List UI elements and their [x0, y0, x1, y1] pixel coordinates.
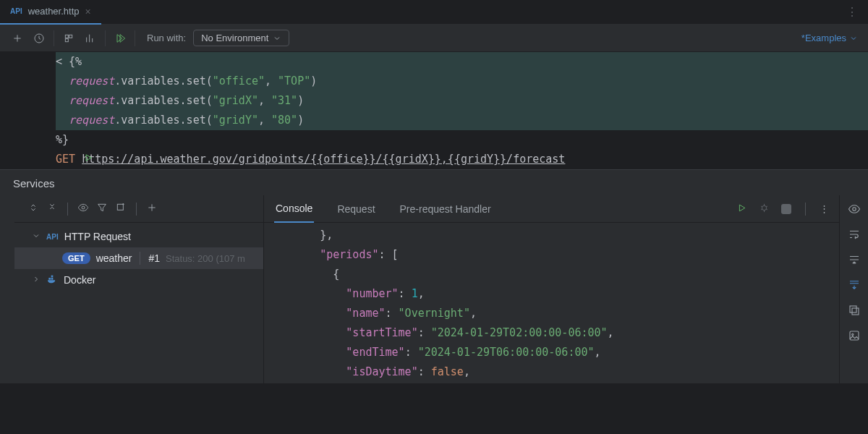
tree-item-http-request[interactable]: API HTTP Request	[14, 226, 263, 247]
stop-icon[interactable]	[781, 204, 791, 214]
copy-icon[interactable]	[848, 304, 861, 319]
svg-rect-6	[48, 278, 51, 280]
api-badge: API	[10, 7, 22, 15]
svg-rect-8	[51, 275, 54, 277]
svg-rect-12	[850, 306, 856, 312]
run-all-icon[interactable]	[113, 31, 127, 46]
scroll-icon[interactable]	[848, 253, 861, 268]
svg-rect-2	[69, 35, 72, 38]
response-rail	[839, 195, 868, 383]
tree-item-request[interactable]: GET weather #1 Status: 200 (107 m	[14, 247, 263, 269]
chevron-right-icon	[32, 275, 41, 286]
tab-prerequest[interactable]: Pre-request Handler	[399, 196, 493, 222]
add-icon[interactable]	[10, 31, 25, 46]
eye-icon[interactable]	[848, 203, 861, 218]
services-header[interactable]: Services	[0, 169, 868, 195]
code-editor[interactable]: < {% request.variables.set("office", "TO…	[0, 52, 868, 169]
status-text: Status: 200 (107 m	[166, 253, 245, 264]
svg-rect-7	[51, 278, 54, 280]
svg-rect-11	[852, 308, 859, 315]
svg-point-10	[852, 208, 856, 211]
examples-link[interactable]: *Examples	[801, 33, 858, 43]
tab-console[interactable]: Console	[274, 195, 314, 223]
new-icon[interactable]	[115, 202, 127, 216]
tab-request[interactable]: Request	[336, 196, 376, 222]
collapse-icon[interactable]	[46, 202, 58, 216]
response-body[interactable]: }, "periods": [ { "number": 1, "name": "…	[264, 223, 839, 383]
response-tabs: Console Request Pre-request Handler ⋮	[264, 195, 839, 223]
services-toolbar	[14, 195, 263, 223]
method-pill: GET	[62, 252, 90, 264]
docker-icon	[46, 273, 58, 287]
environment-value: No Environment	[201, 33, 268, 43]
filter-icon[interactable]	[96, 202, 108, 216]
svg-point-14	[851, 333, 853, 335]
svg-rect-13	[850, 331, 859, 340]
more-icon[interactable]: ⋮	[836, 5, 868, 19]
run-icon[interactable]	[736, 203, 747, 216]
editor-toolbar: Run with: No Environment *Examples	[0, 25, 868, 52]
close-icon[interactable]: ×	[85, 6, 91, 17]
runwith-label: Run with:	[147, 33, 186, 43]
eye-icon[interactable]	[77, 202, 89, 216]
debug-icon[interactable]	[759, 203, 770, 216]
svg-rect-1	[65, 35, 68, 38]
tree-item-docker[interactable]: Docker	[14, 269, 263, 291]
more-icon[interactable]: ⋮	[820, 203, 829, 214]
wrap-icon[interactable]	[848, 228, 861, 243]
environment-select[interactable]: No Environment	[193, 30, 289, 46]
chevron-down-icon	[273, 34, 281, 43]
image-icon[interactable]	[848, 329, 861, 344]
svg-point-9	[762, 205, 766, 210]
svg-rect-3	[65, 38, 68, 41]
svg-rect-5	[117, 204, 123, 210]
chevron-down-icon	[32, 231, 41, 242]
history-icon[interactable]	[32, 31, 46, 46]
graph-icon[interactable]	[83, 31, 98, 46]
gutter-run-icon[interactable]	[83, 150, 93, 169]
scroll-bottom-icon[interactable]	[848, 278, 861, 294]
file-name: weather.http	[28, 6, 80, 17]
svg-point-4	[82, 206, 85, 209]
expand-icon[interactable]	[27, 202, 39, 216]
structure-icon[interactable]	[61, 31, 76, 46]
file-tab[interactable]: API weather.http ×	[0, 0, 101, 25]
chevron-down-icon	[849, 34, 858, 43]
add-icon[interactable]	[146, 202, 158, 216]
